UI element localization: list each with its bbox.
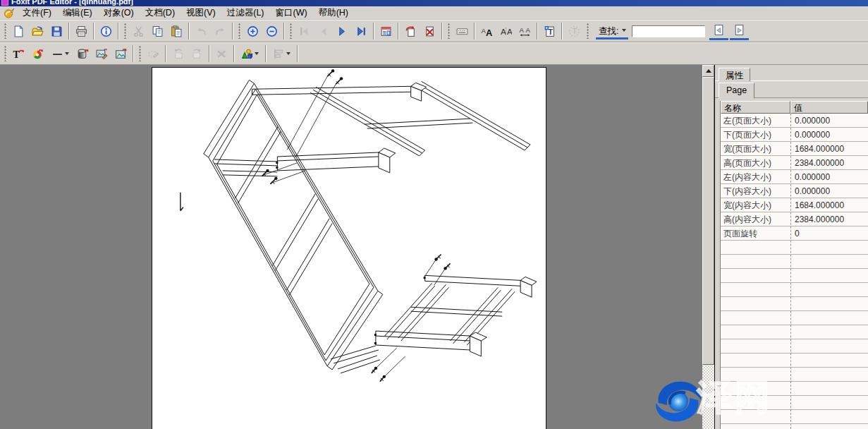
separator [188,23,190,40]
prev-page-button[interactable] [314,23,332,40]
font-size-button[interactable] [497,23,515,40]
shapes-tool-button[interactable] [238,45,262,63]
select-object-button[interactable] [145,45,162,63]
property-row[interactable]: 高(页面大小) 2384.000000 [721,156,868,170]
separator [93,23,94,40]
delete-object-button[interactable] [213,45,231,63]
property-row[interactable]: 下(页面大小) 0.000000 [721,128,868,142]
property-name: 宽(页面大小) [721,143,790,155]
separator [68,23,70,40]
toolbar-grip[interactable] [238,23,240,39]
insert-text-button[interactable] [541,23,558,40]
char-spacing-button[interactable] [516,23,534,40]
cut-button[interactable] [130,23,147,40]
find-label: 查找: [596,23,619,37]
separator [232,23,233,40]
first-page-button[interactable] [295,23,313,40]
find-next-button[interactable] [730,23,749,40]
window-title: Foxit PDF Editor - [qinhuang.pdf] [11,0,133,6]
property-row[interactable]: 下(内容大小) 0.000000 [721,184,868,198]
property-value: 0.000000 [790,130,830,140]
edit-image-button[interactable] [93,45,111,63]
find-group: 查找: [596,23,750,40]
undo-button[interactable] [192,23,210,40]
property-row[interactable]: 宽(页面大小) 1684.000000 [721,142,868,156]
rotate-page-button[interactable] [402,23,420,40]
copy-button[interactable] [149,23,166,40]
delete-page-button[interactable] [421,23,439,40]
zoom-out-button[interactable] [263,23,281,40]
property-name: 页面旋转 [721,228,790,240]
object-toolbar [0,42,868,65]
menu-filter[interactable]: 过滤器(L) [221,6,270,19]
text-tool-button[interactable] [10,45,27,63]
arrow-up-icon [706,69,711,73]
property-value: 0 [790,229,800,238]
property-row[interactable]: 左(页面大小) 0.000000 [721,114,868,128]
menu-edit[interactable]: 编辑(E) [57,6,98,19]
menu-window[interactable]: 窗口(W) [270,6,313,19]
find-dropdown[interactable] [619,23,628,37]
tab-page[interactable]: Page [719,83,754,99]
new-document-button[interactable] [10,23,27,40]
panel-tab-strip: 属性 [715,66,868,81]
property-row[interactable]: 左(内容大小) 0.000000 [721,170,868,184]
toolbar-grip[interactable] [448,23,450,39]
scrollbar-thumb[interactable] [702,77,714,365]
separator [118,23,119,40]
separator [233,45,235,62]
find-previous-button[interactable] [709,23,728,40]
insert-image-button[interactable] [112,45,130,63]
tab-properties[interactable]: 属性 [719,68,750,81]
property-value: 0.000000 [790,116,830,126]
property-value: 1684.000000 [790,200,844,210]
find-input[interactable] [632,25,705,37]
toolbar-grip[interactable] [587,23,589,39]
toolbar-grip[interactable] [124,23,126,39]
last-page-button[interactable] [353,23,370,40]
document-info-button[interactable] [97,23,115,40]
zoom-in-button[interactable] [244,23,262,40]
menu-help[interactable]: 帮助(H) [313,6,354,19]
save-button[interactable] [48,23,66,40]
separator [133,45,134,62]
rotate-right-button[interactable] [188,45,206,63]
canvas[interactable] [0,65,702,429]
line-tool-button[interactable] [48,45,73,63]
separator [373,23,374,40]
scroll-up-button[interactable] [702,65,714,77]
toolbar-grip[interactable] [4,23,6,39]
align-tool-button[interactable] [269,45,294,63]
keyboard-button[interactable] [453,23,471,40]
menu-document[interactable]: 文档(D) [140,6,181,19]
document-page[interactable] [152,67,546,429]
rotate-left-button[interactable] [169,45,187,63]
text-mode-button[interactable] [566,23,583,40]
toolbar-grip[interactable] [4,46,6,61]
menu-object[interactable]: 对象(O) [98,6,140,19]
main-toolbar: 查找: [0,20,868,42]
font-button[interactable] [478,23,496,40]
print-button[interactable] [73,23,90,40]
redo-button[interactable] [212,23,229,40]
column-divider [790,114,791,429]
next-page-button[interactable] [334,23,351,40]
shading-tool-button[interactable] [74,45,92,63]
property-row[interactable]: 高(内容大小) 2384.000000 [721,212,868,226]
property-name: 高(内容大小) [721,214,790,226]
open-button[interactable] [29,23,47,40]
menu-view[interactable]: 视图(V) [181,6,221,19]
toolbar-grip[interactable] [290,23,292,39]
page-properties-button[interactable] [377,23,395,40]
toolbar-grip[interactable] [139,46,141,61]
property-row[interactable]: 页面旋转 0 [721,226,868,241]
dropdown-arrow-icon [621,28,627,32]
property-value: 0.000000 [790,186,830,196]
paste-button[interactable] [168,23,185,40]
find-previous-icon [713,24,725,36]
color-tool-button[interactable] [29,45,47,63]
property-row[interactable]: 宽(内容大小) 1684.000000 [721,198,868,212]
menu-file[interactable]: 文件(F) [17,6,57,19]
find-next-icon [733,24,745,36]
vertical-scrollbar[interactable] [702,65,714,429]
